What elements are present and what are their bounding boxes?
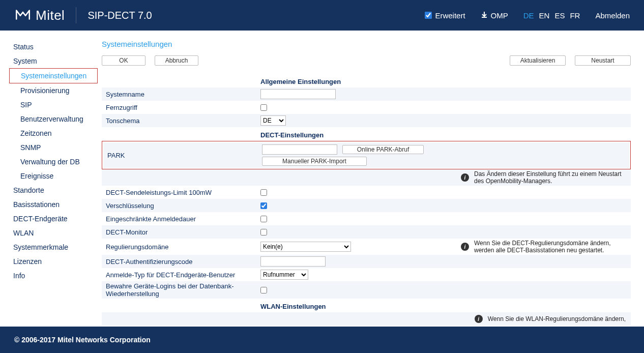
info-icon: i [461, 243, 469, 251]
refresh-button[interactable]: Aktualisieren [510, 55, 566, 66]
omp-label: OMP [491, 11, 508, 20]
row-restricted-sub: Eingeschränkte Anmeldedauer [102, 212, 631, 225]
main-content: Systemeinstellungen OK Abbruch Aktualisi… [102, 31, 644, 353]
text-reg-domain-info: Wenn Sie die DECT-Regulierungsdomäne änd… [474, 240, 626, 254]
sidebar-nav: Status System Systemeinstellungen Provis… [0, 31, 102, 353]
row-park-info: i Das Ändern dieser Einstellung führt zu… [102, 169, 631, 186]
page-title: Systemeinstellungen [102, 40, 631, 48]
section-dect-title: DECT-Einstellungen [260, 131, 631, 139]
input-auth-code[interactable] [260, 256, 326, 267]
row-login-type: Anmelde-Typ für DECT-Endgeräte-Benutzer … [102, 268, 631, 281]
label-login-type: Anmelde-Typ für DECT-Endgeräte-Benutzer [104, 271, 260, 279]
label-park: PARK [105, 144, 262, 159]
checkbox-encryption[interactable] [260, 202, 267, 209]
label-remote-access: Fernzugriff [104, 104, 260, 111]
checkbox-remote-access[interactable] [260, 104, 267, 111]
brand-name: Mitel [36, 8, 65, 23]
lang-de[interactable]: DE [523, 11, 534, 20]
row-reg-domain: Regulierungsdomäne Kein(e) i Wenn Sie di… [102, 239, 631, 255]
park-highlight-box: PARK Online PARK-Abruf Manueller PARK-Im… [102, 141, 631, 169]
footer: © 2006-2017 Mitel Networks Corporation [0, 327, 644, 353]
checkbox-dect-monitor[interactable] [260, 229, 267, 236]
lang-en[interactable]: EN [539, 11, 550, 20]
label-tx-limit: DECT-Sendeleistungs-Limit 100mW [104, 189, 260, 196]
row-encryption: Verschlüsselung [102, 199, 631, 212]
select-reg-domain[interactable]: Kein(e) [260, 242, 351, 252]
nav-status[interactable]: Status [13, 40, 102, 54]
row-remote-access: Fernzugriff [102, 101, 631, 114]
nav-systemmerkmale[interactable]: Systemmerkmale [13, 240, 102, 254]
checkbox-restricted-sub[interactable] [260, 216, 267, 222]
header-divider [76, 7, 76, 23]
logout-link[interactable]: Abmelden [595, 11, 630, 20]
row-preserve-logins: Bewahre Geräte-Logins bei der Datenbank-… [102, 281, 631, 299]
info-icon: i [461, 173, 469, 182]
row-auth-code: DECT-Authentifizierungscode [102, 255, 631, 268]
nav-lizenzen[interactable]: Lizenzen [13, 254, 102, 269]
advanced-checkbox[interactable] [425, 12, 432, 19]
advanced-label: Erweitert [435, 11, 465, 20]
omp-link[interactable]: OMP [481, 11, 508, 20]
label-preserve-logins: Bewahre Geräte-Logins bei der Datenbank-… [104, 282, 260, 298]
nav-wlan[interactable]: WLAN [13, 226, 102, 240]
section-general-title: Allgemeine Einstellungen [260, 78, 631, 85]
select-tone-scheme[interactable]: DE [260, 115, 286, 126]
nav-ereignisse[interactable]: Ereignisse [13, 169, 102, 183]
row-tone-scheme: Tonschema DE [102, 114, 631, 127]
nav-dect-endgeraete[interactable]: DECT-Endgeräte [13, 212, 102, 226]
lang-fr[interactable]: FR [570, 11, 580, 20]
input-systemname[interactable] [260, 89, 336, 99]
label-dect-monitor: DECT-Monitor [104, 228, 260, 236]
checkbox-preserve-logins[interactable] [260, 287, 267, 293]
nav-benutzerverwaltung[interactable]: Benutzerverwaltung [13, 112, 102, 126]
nav-standorte[interactable]: Standorte [13, 183, 102, 197]
button-park-manual[interactable]: Manueller PARK-Import [262, 157, 367, 166]
footer-text: © 2006-2017 Mitel Networks Corporation [14, 336, 151, 344]
ok-button[interactable]: OK [102, 55, 145, 66]
label-encryption: Verschlüsselung [104, 202, 260, 210]
row-tx-limit: DECT-Sendeleistungs-Limit 100mW [102, 186, 631, 199]
text-wlan-info: Wenn Sie die WLAN-Regulierungsdomäne änd… [488, 315, 626, 322]
download-icon [481, 11, 488, 20]
nav-verwaltung-db[interactable]: Verwaltung der DB [13, 155, 102, 169]
label-tone-scheme: Tonschema [104, 117, 260, 125]
nav-highlight: Systemeinstellungen [9, 68, 98, 83]
section-wlan-title: WLAN-Einstellungen [260, 303, 631, 310]
info-icon: i [475, 315, 483, 323]
nav-snmp[interactable]: SNMP [13, 140, 102, 155]
nav-systemeinstellungen[interactable]: Systemeinstellungen [14, 69, 97, 83]
nav-zeitzonen[interactable]: Zeitzonen [13, 126, 102, 140]
label-reg-domain: Regulierungsdomäne [104, 243, 260, 251]
top-header: Mitel SIP-DECT 7.0 Erweitert OMP DE EN E… [0, 0, 644, 31]
advanced-toggle[interactable]: Erweitert [425, 11, 465, 20]
app-title: SIP-DECT 7.0 [87, 10, 152, 21]
label-auth-code: DECT-Authentifizierungscode [104, 258, 260, 266]
text-park-info: Das Ändern dieser Einstellung führt zu e… [474, 170, 626, 185]
cancel-button[interactable]: Abbruch [155, 55, 198, 66]
nav-sip[interactable]: SIP [13, 98, 102, 112]
row-systemname: Systemname [102, 87, 631, 101]
label-systemname: Systemname [104, 91, 260, 98]
label-restricted-sub: Eingeschränkte Anmeldedauer [104, 215, 260, 223]
toolbar: OK Abbruch Aktualisieren Neustart [102, 55, 631, 66]
lang-es[interactable]: ES [554, 11, 565, 20]
select-login-type[interactable]: Rufnummer [260, 270, 308, 280]
mitel-logo-icon [14, 6, 32, 25]
nav-basisstationen[interactable]: Basisstationen [13, 197, 102, 212]
input-park[interactable] [262, 144, 337, 155]
restart-button[interactable]: Neustart [575, 55, 631, 66]
row-dect-monitor: DECT-Monitor [102, 225, 631, 239]
checkbox-tx-limit[interactable] [260, 189, 267, 196]
nav-system[interactable]: System [13, 54, 102, 68]
language-switcher: DE EN ES FR [523, 11, 580, 20]
button-park-online[interactable]: Online PARK-Abruf [342, 145, 424, 154]
nav-info[interactable]: Info [13, 269, 102, 283]
row-wlan-info: i Wenn Sie die WLAN-Regulierungsdomäne ä… [102, 312, 631, 326]
nav-provisionierung[interactable]: Provisionierung [13, 83, 102, 98]
brand-logo: Mitel [14, 6, 65, 25]
